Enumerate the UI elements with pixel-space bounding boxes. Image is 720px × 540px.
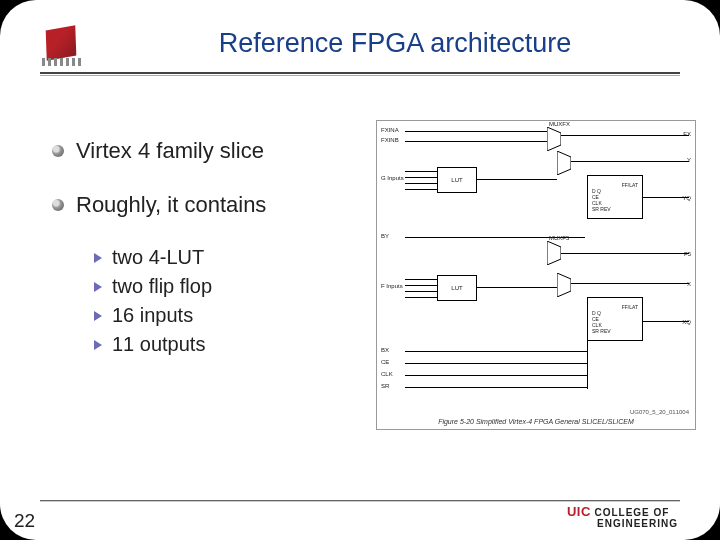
bullet-item: Virtex 4 family slice [52, 138, 360, 164]
pin-label: F Inputs [381, 283, 403, 289]
title-rule [40, 72, 680, 76]
pin-label: YQ [682, 195, 691, 201]
chip-logo-icon [40, 22, 86, 68]
flipflop-block: FF/LAT D Q CE CLK SR REV [587, 297, 643, 341]
pin-label: FX [683, 131, 691, 137]
sub-bullet-item: 11 outputs [94, 333, 360, 356]
sub-bullet-item: 16 inputs [94, 304, 360, 327]
page-number: 22 [14, 510, 35, 532]
body: Virtex 4 family slice Roughly, it contai… [70, 120, 680, 480]
pin-label: BX [381, 347, 389, 353]
pin-label: SR [381, 383, 389, 389]
pin-label: CLK [381, 371, 393, 377]
triangle-bullet-icon [94, 311, 102, 321]
pin-label: X [687, 281, 691, 287]
sub-bullet-text: 11 outputs [112, 333, 205, 356]
flipflop-block: FF/LAT D Q CE CLK SR REV [587, 175, 643, 219]
svg-marker-0 [547, 127, 561, 151]
slide: Reference FPGA architecture Virtex 4 fam… [0, 0, 720, 540]
sub-bullet-item: two 4-LUT [94, 246, 360, 269]
uic-logo: UIC COLLEGE OF ENGINEERING [567, 505, 678, 530]
svg-marker-3 [557, 273, 571, 297]
sub-bullet-item: two flip flop [94, 275, 360, 298]
pin-label: XQ [682, 319, 691, 325]
pin-label: FXINB [381, 137, 399, 143]
lut-block: LUT [437, 167, 477, 193]
sub-bullet-text: two flip flop [112, 275, 212, 298]
pin-label: BY [381, 233, 389, 239]
bullet-text: Virtex 4 family slice [76, 138, 264, 164]
figure-code: UG070_5_20_011004 [630, 409, 689, 415]
pin-label: CE [381, 359, 389, 365]
footer-rule [40, 500, 680, 502]
bullet-dot-icon [52, 199, 64, 211]
sub-bullet-list: two 4-LUT two flip flop 16 inputs 11 out… [94, 246, 360, 356]
triangle-bullet-icon [94, 340, 102, 350]
diagram-column: FXINA FXINB G Inputs BY F Inputs BX CE C… [376, 120, 696, 480]
bullet-dot-icon [52, 145, 64, 157]
svg-marker-2 [547, 241, 561, 265]
pin-label: G Inputs [381, 175, 404, 181]
lut-block: LUT [437, 275, 477, 301]
pin-label: Y [687, 157, 691, 163]
mux-icon [557, 273, 571, 297]
mux-icon [557, 151, 571, 175]
triangle-bullet-icon [94, 282, 102, 292]
text-column: Virtex 4 family slice Roughly, it contai… [70, 120, 360, 480]
pin-label: FXINA [381, 127, 399, 133]
block-label: MUXF5 [549, 235, 569, 241]
pin-label: F5 [684, 251, 691, 257]
sub-bullet-text: two 4-LUT [112, 246, 204, 269]
header: Reference FPGA architecture [0, 0, 720, 68]
bullet-text: Roughly, it contains [76, 192, 266, 218]
mux-icon [547, 241, 561, 265]
triangle-bullet-icon [94, 253, 102, 263]
slide-title: Reference FPGA architecture [110, 22, 680, 59]
block-label: MUXFX [549, 121, 570, 127]
bullet-item: Roughly, it contains [52, 192, 360, 218]
sub-bullet-text: 16 inputs [112, 304, 193, 327]
svg-marker-1 [557, 151, 571, 175]
fpga-slice-diagram: FXINA FXINB G Inputs BY F Inputs BX CE C… [376, 120, 696, 430]
figure-caption: Figure 5-20 Simplified Virtex-4 FPGA Gen… [438, 418, 634, 425]
mux-icon [547, 127, 561, 151]
